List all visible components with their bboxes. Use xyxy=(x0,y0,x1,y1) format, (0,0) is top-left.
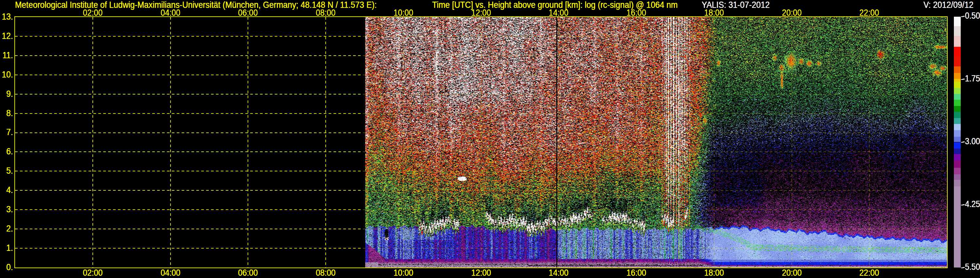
colorbar-tick-label: -4.25 xyxy=(963,200,980,209)
y-tick-label: 2. xyxy=(1,224,13,233)
y-tick-label: 7. xyxy=(1,128,13,137)
colorbar-segment xyxy=(954,137,961,142)
y-tick-label: 0. xyxy=(1,263,13,272)
x-tick-label-bottom: 18:00 xyxy=(704,268,724,277)
y-tick-label: 12. xyxy=(1,31,13,40)
colorbar-segment xyxy=(954,66,961,73)
x-tick-label-top: 04:00 xyxy=(161,8,180,18)
colorbar-segment xyxy=(954,168,961,174)
colorbar-segment xyxy=(954,180,961,187)
colorbar-segment xyxy=(954,82,961,88)
colorbar-segment xyxy=(954,47,961,57)
y-tick-label: 11. xyxy=(1,51,13,60)
x-tick-label-top: 02:00 xyxy=(83,8,103,18)
y-tick-label: 5. xyxy=(1,166,13,175)
colorbar-segment xyxy=(954,174,961,180)
x-tick-label-bottom: 12:00 xyxy=(471,268,491,277)
y-tick-label: 9. xyxy=(1,89,13,99)
y-tick-label: 13. xyxy=(1,12,13,21)
x-tick-label-top: 22:00 xyxy=(859,8,880,18)
colorbar-segment xyxy=(954,149,961,154)
colorbar-segment xyxy=(954,79,961,82)
y-tick-label: 3. xyxy=(1,205,13,214)
colorbar-segment xyxy=(954,106,961,112)
lidar-quicklook-page: Meteorological Institute of Ludwig-Maxim… xyxy=(0,0,980,278)
x-tick-label-top: 06:00 xyxy=(238,8,258,18)
x-tick-label-top: 10:00 xyxy=(393,8,413,18)
x-tick-label-bottom: 20:00 xyxy=(782,268,802,277)
heatmap-canvas xyxy=(15,17,947,268)
x-tick-label-bottom: 08:00 xyxy=(316,268,336,277)
colorbar-tick-label: -5.50 xyxy=(963,263,980,272)
colorbar-segment xyxy=(954,88,961,94)
colorbar-segment xyxy=(954,130,961,137)
colorbar-segment xyxy=(954,26,961,36)
colorbar-segment xyxy=(954,142,961,149)
colorbar-segment xyxy=(954,73,961,79)
x-tick-label-bottom: 04:00 xyxy=(161,268,180,277)
x-tick-label-top: 20:00 xyxy=(782,8,802,18)
y-tick-label: 6. xyxy=(1,147,13,156)
x-tick-label-top: 14:00 xyxy=(549,8,569,18)
x-tick-label-top: 12:00 xyxy=(471,8,491,18)
colorbar-segment xyxy=(954,100,961,105)
colorbar-segment xyxy=(954,112,961,118)
x-tick-label-bottom: 10:00 xyxy=(393,268,413,277)
y-tick-label: 4. xyxy=(1,185,13,195)
colorbar-segment xyxy=(954,187,961,268)
colorbar-tick-label: -0.50 xyxy=(963,11,980,20)
colorbar-segment xyxy=(954,118,961,124)
colorbar-segment xyxy=(954,124,961,130)
x-tick-label-bottom: 06:00 xyxy=(238,268,258,277)
x-tick-label-top: 18:00 xyxy=(704,8,724,18)
colorbar-tick-label: -1.75 xyxy=(963,74,980,83)
x-tick-label-bottom: 14:00 xyxy=(549,268,569,277)
colorbar-segment xyxy=(954,17,961,26)
version-label: V: 2012/09/12 xyxy=(923,0,974,10)
x-tick-label-top: 08:00 xyxy=(316,8,336,18)
colorbar-segment xyxy=(954,36,961,46)
x-tick-label-bottom: 16:00 xyxy=(627,268,646,277)
colorbar-tick-label: -3.00 xyxy=(963,137,980,146)
y-tick-label: 1. xyxy=(1,243,13,252)
colorbar-segment xyxy=(954,161,961,168)
colorbar xyxy=(954,17,961,268)
x-tick-label-bottom: 22:00 xyxy=(859,268,880,277)
y-tick-label: 8. xyxy=(1,109,13,118)
colorbar-segment xyxy=(954,57,961,66)
x-tick-label-top: 16:00 xyxy=(627,8,646,18)
colorbar-segment xyxy=(954,154,961,161)
y-tick-label: 10. xyxy=(1,70,13,79)
x-tick-label-bottom: 02:00 xyxy=(83,268,103,277)
colorbar-segment xyxy=(954,94,961,100)
